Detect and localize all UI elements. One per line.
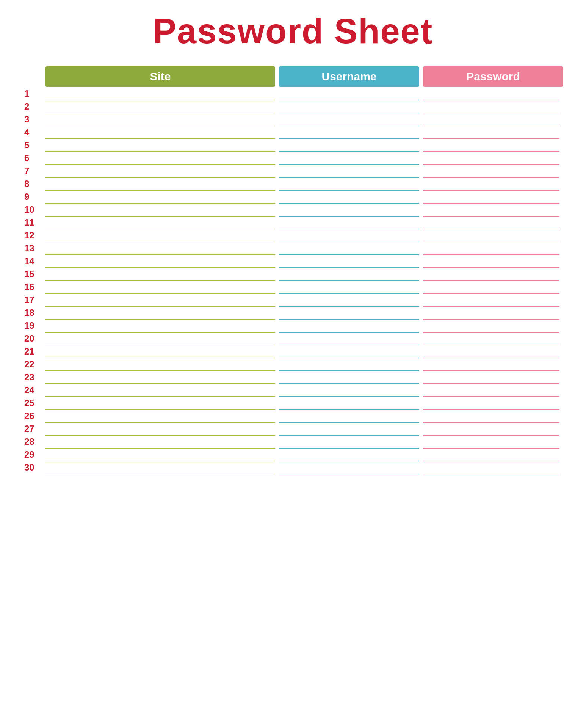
site-field[interactable]	[45, 257, 275, 268]
password-field[interactable]	[423, 464, 559, 474]
site-field[interactable]	[45, 425, 275, 436]
username-field[interactable]	[279, 116, 419, 126]
username-field[interactable]	[279, 386, 419, 397]
site-field[interactable]	[45, 232, 275, 242]
password-field[interactable]	[423, 425, 559, 436]
site-field[interactable]	[45, 464, 275, 474]
password-field[interactable]	[423, 322, 559, 333]
username-field[interactable]	[279, 322, 419, 333]
row-number: 12	[23, 230, 45, 242]
username-field[interactable]	[279, 335, 419, 345]
password-field[interactable]	[423, 283, 559, 294]
site-field[interactable]	[45, 322, 275, 333]
username-field[interactable]	[279, 129, 419, 139]
password-field[interactable]	[423, 335, 559, 345]
site-field[interactable]	[45, 167, 275, 178]
site-field[interactable]	[45, 412, 275, 423]
site-field[interactable]	[45, 116, 275, 126]
username-field[interactable]	[279, 361, 419, 371]
site-field[interactable]	[45, 296, 275, 307]
username-field[interactable]	[279, 399, 419, 410]
username-field[interactable]	[279, 464, 419, 474]
username-field[interactable]	[279, 373, 419, 384]
site-field[interactable]	[45, 283, 275, 294]
password-field[interactable]	[423, 412, 559, 423]
username-field[interactable]	[279, 425, 419, 436]
username-field[interactable]	[279, 167, 419, 178]
password-field[interactable]	[423, 103, 559, 113]
table-row: 18	[23, 307, 563, 320]
password-field[interactable]	[423, 386, 559, 397]
password-field[interactable]	[423, 219, 559, 229]
password-field[interactable]	[423, 116, 559, 126]
site-field[interactable]	[45, 219, 275, 229]
username-field[interactable]	[279, 232, 419, 242]
password-field[interactable]	[423, 451, 559, 461]
row-number: 16	[23, 282, 45, 294]
username-field[interactable]	[279, 412, 419, 423]
password-field[interactable]	[423, 257, 559, 268]
username-field[interactable]	[279, 283, 419, 294]
password-field[interactable]	[423, 90, 559, 100]
password-field[interactable]	[423, 129, 559, 139]
site-field[interactable]	[45, 373, 275, 384]
site-field[interactable]	[45, 335, 275, 345]
site-field[interactable]	[45, 180, 275, 191]
site-field[interactable]	[45, 245, 275, 255]
username-field[interactable]	[279, 193, 419, 204]
username-field[interactable]	[279, 141, 419, 152]
username-field[interactable]	[279, 348, 419, 358]
site-field[interactable]	[45, 309, 275, 320]
password-field[interactable]	[423, 399, 559, 410]
table-row: 14	[23, 255, 563, 268]
username-field[interactable]	[279, 451, 419, 461]
site-field[interactable]	[45, 129, 275, 139]
site-field[interactable]	[45, 103, 275, 113]
site-field[interactable]	[45, 90, 275, 100]
row-number: 10	[23, 204, 45, 217]
password-field[interactable]	[423, 348, 559, 358]
username-field[interactable]	[279, 296, 419, 307]
site-field[interactable]	[45, 141, 275, 152]
username-field[interactable]	[279, 90, 419, 100]
password-field[interactable]	[423, 180, 559, 191]
password-field[interactable]	[423, 206, 559, 217]
password-field[interactable]	[423, 373, 559, 384]
password-field[interactable]	[423, 232, 559, 242]
table-row: 24	[23, 384, 563, 397]
site-field[interactable]	[45, 206, 275, 217]
password-field[interactable]	[423, 167, 559, 178]
username-field[interactable]	[279, 154, 419, 165]
password-field[interactable]	[423, 245, 559, 255]
password-field[interactable]	[423, 438, 559, 449]
site-field[interactable]	[45, 438, 275, 449]
username-field[interactable]	[279, 245, 419, 255]
site-field[interactable]	[45, 193, 275, 204]
username-field[interactable]	[279, 180, 419, 191]
username-field[interactable]	[279, 219, 419, 229]
username-field[interactable]	[279, 257, 419, 268]
site-field[interactable]	[45, 451, 275, 461]
password-field[interactable]	[423, 141, 559, 152]
site-field[interactable]	[45, 154, 275, 165]
password-field[interactable]	[423, 309, 559, 320]
table-row: 23	[23, 371, 563, 384]
username-field[interactable]	[279, 270, 419, 281]
row-number: 1	[23, 88, 45, 100]
site-field[interactable]	[45, 361, 275, 371]
row-number: 19	[23, 320, 45, 333]
site-field[interactable]	[45, 348, 275, 358]
password-field[interactable]	[423, 193, 559, 204]
username-field[interactable]	[279, 438, 419, 449]
password-field[interactable]	[423, 361, 559, 371]
site-field[interactable]	[45, 386, 275, 397]
table-row: 30	[23, 461, 563, 474]
password-field[interactable]	[423, 296, 559, 307]
password-field[interactable]	[423, 270, 559, 281]
username-field[interactable]	[279, 206, 419, 217]
site-field[interactable]	[45, 399, 275, 410]
site-field[interactable]	[45, 270, 275, 281]
username-field[interactable]	[279, 309, 419, 320]
username-field[interactable]	[279, 103, 419, 113]
password-field[interactable]	[423, 154, 559, 165]
